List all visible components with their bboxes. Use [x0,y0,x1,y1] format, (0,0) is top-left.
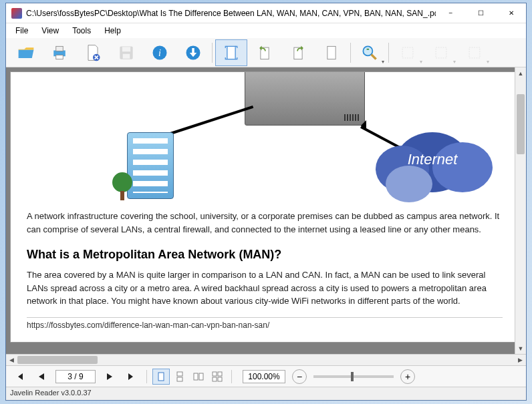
svg-rect-28 [218,377,222,381]
info-button[interactable]: i [144,39,176,66]
print-button[interactable] [43,39,76,66]
two-page-icon [193,371,204,382]
svg-line-16 [372,54,376,59]
main-window: C:\Users\fossBytesPC\Desktop\What Is The… [5,3,527,401]
placeholder-icon [398,43,417,62]
single-page-view-button[interactable] [152,369,170,385]
svg-rect-19 [469,47,480,58]
svg-rect-20 [158,373,164,381]
menu-tools[interactable]: Tools [65,25,98,37]
svg-rect-24 [199,373,203,380]
prev-page-button[interactable] [31,369,51,385]
fit-page-button[interactable] [215,39,247,66]
rotate-right-icon [289,43,307,62]
toolbar-slot-2[interactable]: ▾ [425,39,457,66]
first-page-button[interactable] [10,369,30,385]
printer-icon [50,43,69,62]
toolbar: i ▾ ▾ ▾ [6,38,526,67]
scroll-right-icon[interactable]: ▶ [515,357,526,363]
toolbar-slot-3[interactable]: ▾ [458,39,491,66]
svg-rect-2 [56,55,63,59]
scroll-left-icon[interactable]: ◀ [6,357,17,363]
separator [146,370,147,383]
toolbar-separator [212,43,213,63]
menu-file[interactable]: File [9,25,35,37]
toolbar-separator [350,43,351,63]
server-illustration [245,71,365,126]
menu-help[interactable]: Help [98,25,128,37]
scroll-down-icon[interactable]: ▼ [515,343,526,354]
arrowhead-icon [356,120,366,131]
menubar: File View Tools Help [6,23,526,38]
folder-open-icon [17,43,35,62]
menu-view[interactable]: View [35,25,65,37]
placeholder-icon [432,43,450,62]
page-actual-icon [322,43,341,62]
svg-rect-27 [213,377,217,381]
page-indicator[interactable]: 3 / 9 [55,370,96,383]
dropdown-icon: ▾ [453,59,456,65]
last-page-icon [126,373,136,381]
zoom-out-button[interactable]: − [292,369,307,384]
svg-rect-21 [177,372,182,376]
next-page-button[interactable] [100,369,120,385]
zoom-in-button[interactable]: + [400,369,415,384]
two-page-view-button[interactable] [190,369,207,385]
rotate-left-icon [255,43,274,62]
first-page-icon [15,373,25,381]
cloud-label: Internet [369,151,496,168]
scroll-thumb[interactable] [517,94,525,154]
download-icon [184,43,203,62]
separator [231,370,232,383]
actual-size-button[interactable] [315,39,348,66]
page-fit-icon [222,43,241,62]
svg-rect-17 [402,47,413,58]
scroll-up-icon[interactable]: ▲ [515,67,526,79]
slider-knob[interactable] [351,372,354,381]
svg-rect-22 [177,377,182,381]
svg-rect-5 [122,47,130,51]
section-heading: What is a Metropolitan Area Network (MAN… [27,248,503,262]
zoom-tool-button[interactable]: ▾ [354,39,386,66]
toolbar-separator [388,43,389,63]
minimize-button[interactable]: − [436,3,466,23]
scroll-thumb[interactable] [17,356,98,364]
two-page-continuous-button[interactable] [209,369,226,385]
magnifier-icon [360,43,379,62]
rotate-right-button[interactable] [282,39,314,66]
svg-rect-25 [213,372,217,376]
rotate-left-button[interactable] [249,39,281,66]
maximize-button[interactable]: ☐ [466,3,496,23]
zoom-level-field[interactable]: 100.00% [243,370,285,383]
close-button[interactable]: ✕ [496,3,526,23]
tree-illustration [112,172,132,200]
paragraph: A network infrastructure covering the sc… [27,210,503,236]
footer-url: https://fossbytes.com/difference-lan-wan… [27,317,503,330]
svg-rect-10 [227,46,235,59]
app-icon [11,8,22,19]
save-button[interactable] [110,39,142,66]
svg-text:i: i [158,48,161,58]
remove-document-button[interactable] [77,39,109,66]
window-title: C:\Users\fossBytesPC\Desktop\What Is The… [26,9,436,18]
svg-rect-26 [218,372,222,376]
open-file-button[interactable] [10,39,42,66]
dropdown-icon: ▾ [420,59,422,65]
zoom-slider[interactable] [313,375,394,378]
building-illustration [127,132,174,199]
paragraph: The area covered by a MAN is quite large… [27,268,503,308]
pdf-page: Internet A network infrastructure coveri… [10,71,519,343]
toolbar-slot-1[interactable]: ▾ [392,39,424,66]
document-viewport[interactable]: Internet A network infrastructure coveri… [6,67,526,354]
titlebar: C:\Users\fossBytesPC\Desktop\What Is The… [6,3,526,23]
vertical-scrollbar[interactable]: ▲ ▼ [515,67,526,354]
horizontal-scrollbar[interactable]: ◀ ▶ [6,354,526,365]
last-page-button[interactable] [121,369,141,385]
continuous-icon [174,371,185,382]
download-button[interactable] [177,39,209,66]
save-icon [117,43,136,62]
dropdown-icon: ▾ [487,59,489,65]
continuous-view-button[interactable] [171,369,188,385]
svg-rect-13 [327,46,336,59]
navigation-bar: 3 / 9 100.00% − + [6,365,526,387]
